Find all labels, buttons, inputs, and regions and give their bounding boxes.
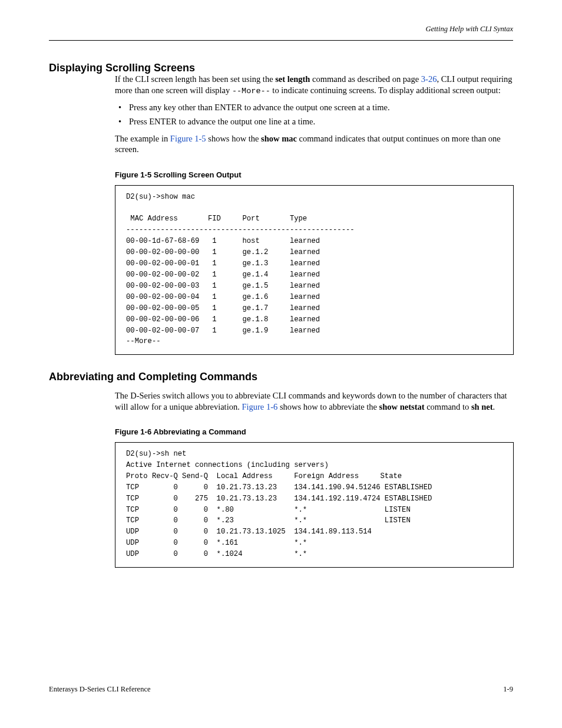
link-figure-1-5[interactable]: Figure 1-5 (170, 134, 206, 143)
figure-caption-1-5: Figure 1-5 Scrolling Screen Output (115, 170, 514, 180)
footer-page-number: 1-9 (503, 685, 513, 694)
header-rule (49, 40, 513, 41)
link-figure-1-6[interactable]: Figure 1-6 (242, 402, 277, 411)
para-example-ref: The example in Figure 1-5 shows how the … (115, 133, 514, 155)
footer-left: Enterasys D-Series CLI Reference (49, 685, 151, 694)
para-abbrev: The D-Series switch allows you to abbrev… (115, 390, 514, 412)
bullet-item: Press ENTER to advance the output one li… (115, 116, 514, 127)
code-box-show-mac: D2(su)->show mac MAC Address FID Port Ty… (115, 185, 514, 355)
figure-caption-1-6: Figure 1-6 Abbreviating a Command (115, 427, 514, 437)
bullet-list: Press any key other than ENTER to advanc… (115, 102, 514, 127)
bullet-item: Press any key other than ENTER to advanc… (115, 102, 514, 113)
para-screen-length: If the CLI screen length has been set us… (115, 74, 514, 96)
code-box-sh-net: D2(su)->sh net Active Internet connectio… (115, 442, 514, 568)
link-page-3-26[interactable]: 3-26 (421, 74, 437, 84)
page-header-text: Getting Help with CLI Syntax (425, 25, 513, 34)
